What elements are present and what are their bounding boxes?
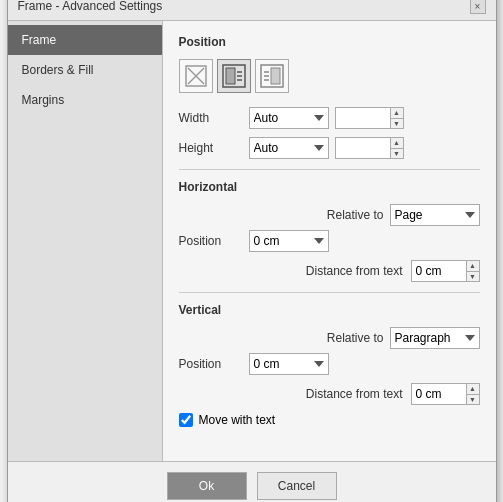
horizontal-position-select[interactable]: 0 cm	[249, 230, 329, 252]
wrap-right-icon	[260, 64, 284, 88]
vertical-distance-label: Distance from text	[306, 387, 403, 401]
vertical-distance-down[interactable]: ▼	[467, 395, 479, 405]
position-icon-wrap-left[interactable]	[217, 59, 251, 93]
height-spinner-buttons: ▲ ▼	[390, 137, 404, 159]
move-with-text-row: Move with text	[179, 413, 480, 427]
content-area: Position	[163, 21, 496, 461]
horizontal-distance-row: Distance from text ▲ ▼	[179, 260, 480, 282]
horizontal-distance-up[interactable]: ▲	[467, 261, 479, 272]
horizontal-relative-to-label: Relative to	[327, 208, 384, 222]
vertical-relative-to-label: Relative to	[327, 331, 384, 345]
width-row: Width Auto ▲ ▼	[179, 107, 480, 129]
move-with-text-checkbox[interactable]	[179, 413, 193, 427]
horizontal-relative-select[interactable]: Page	[390, 204, 480, 226]
height-input[interactable]	[335, 137, 390, 159]
position-section-label: Position	[179, 35, 480, 49]
wrap-left-icon	[222, 64, 246, 88]
vertical-position-select[interactable]: 0 cm	[249, 353, 329, 375]
vertical-section-label: Vertical	[179, 303, 480, 317]
height-label: Height	[179, 141, 249, 155]
move-with-text-label: Move with text	[199, 413, 276, 427]
sidebar-item-margins[interactable]: Margins	[8, 85, 162, 115]
width-spinner-up[interactable]: ▲	[391, 108, 403, 119]
vertical-position-row: Position 0 cm	[179, 353, 480, 375]
width-label: Width	[179, 111, 249, 125]
divider-1	[179, 169, 480, 170]
horizontal-position-label: Position	[179, 234, 249, 248]
horizontal-distance-down[interactable]: ▼	[467, 272, 479, 282]
position-icon-no-wrap[interactable]	[179, 59, 213, 93]
height-select[interactable]: Auto	[249, 137, 329, 159]
position-icons-group	[179, 59, 480, 93]
sidebar: Frame Borders & Fill Margins	[8, 21, 163, 461]
height-spinner-down[interactable]: ▼	[391, 149, 403, 159]
vertical-distance-spinner-buttons: ▲ ▼	[466, 383, 480, 405]
horizontal-distance-spinner-buttons: ▲ ▼	[466, 260, 480, 282]
horizontal-position-row: Position 0 cm	[179, 230, 480, 252]
width-input[interactable]	[335, 107, 390, 129]
footer: Ok Cancel	[8, 461, 496, 502]
height-spinner: ▲ ▼	[335, 137, 404, 159]
sidebar-item-frame[interactable]: Frame	[8, 25, 162, 55]
vertical-distance-input[interactable]	[411, 383, 466, 405]
svg-rect-4	[226, 68, 235, 84]
no-wrap-icon	[184, 64, 208, 88]
vertical-relative-to-row: Relative to Paragraph	[179, 327, 480, 349]
sidebar-item-borders-fill[interactable]: Borders & Fill	[8, 55, 162, 85]
position-icon-wrap-right[interactable]	[255, 59, 289, 93]
divider-2	[179, 292, 480, 293]
horizontal-relative-to-row: Relative to Page	[179, 204, 480, 226]
horizontal-distance-input[interactable]	[411, 260, 466, 282]
dialog-title: Frame - Advanced Settings	[18, 0, 163, 13]
dialog-body: Frame Borders & Fill Margins Position	[8, 21, 496, 461]
width-select[interactable]: Auto	[249, 107, 329, 129]
height-row: Height Auto ▲ ▼	[179, 137, 480, 159]
svg-rect-9	[271, 68, 280, 84]
close-button[interactable]: ×	[470, 0, 486, 14]
vertical-distance-spinner: ▲ ▼	[411, 383, 480, 405]
vertical-relative-select[interactable]: Paragraph	[390, 327, 480, 349]
horizontal-distance-spinner: ▲ ▼	[411, 260, 480, 282]
cancel-button[interactable]: Cancel	[257, 472, 337, 500]
vertical-position-label: Position	[179, 357, 249, 371]
horizontal-distance-label: Distance from text	[306, 264, 403, 278]
height-spinner-up[interactable]: ▲	[391, 138, 403, 149]
width-spinner: ▲ ▼	[335, 107, 404, 129]
horizontal-section-label: Horizontal	[179, 180, 480, 194]
width-spinner-buttons: ▲ ▼	[390, 107, 404, 129]
vertical-distance-row: Distance from text ▲ ▼	[179, 383, 480, 405]
title-bar: Frame - Advanced Settings ×	[8, 0, 496, 21]
dialog: Frame - Advanced Settings × Frame Border…	[7, 0, 497, 502]
vertical-distance-up[interactable]: ▲	[467, 384, 479, 395]
width-spinner-down[interactable]: ▼	[391, 119, 403, 129]
ok-button[interactable]: Ok	[167, 472, 247, 500]
